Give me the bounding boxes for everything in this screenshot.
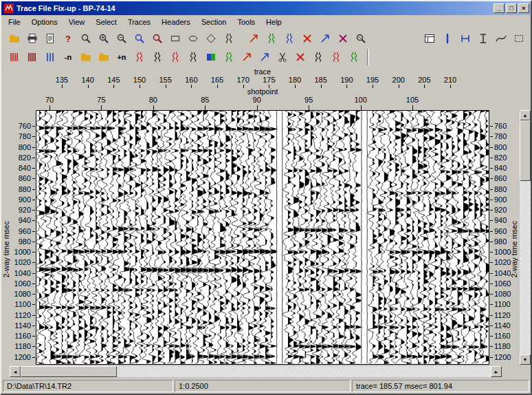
delete-picks-button[interactable] <box>335 30 352 46</box>
close-button[interactable]: × <box>518 3 529 13</box>
diamond-icon <box>206 33 217 44</box>
normalize-trace-button[interactable] <box>149 49 166 65</box>
menu-view[interactable]: View <box>63 16 91 28</box>
zoom-trace-button[interactable] <box>353 30 370 46</box>
kill-trace-button[interactable] <box>299 30 316 46</box>
colormap-icon <box>206 52 217 63</box>
time-tick-label-right: 1120 <box>494 311 511 319</box>
menu-file[interactable]: File <box>3 16 26 28</box>
view-panel-button[interactable] <box>421 30 439 46</box>
time-tick-mark-right <box>490 273 493 274</box>
time-tick-mark-left <box>32 178 35 179</box>
kill-zone-button[interactable] <box>292 49 309 65</box>
agc-traces-button[interactable] <box>221 49 238 65</box>
apply-smoothing-button[interactable] <box>346 49 363 65</box>
time-tick-label-left: 900 <box>1 195 31 204</box>
menu-headers[interactable]: Headers <box>156 16 196 28</box>
scroll-right-button[interactable]: ► <box>491 366 502 377</box>
scale-down-button[interactable] <box>185 49 202 65</box>
minimize-button[interactable]: _ <box>494 3 505 13</box>
next-file-button[interactable] <box>96 49 113 65</box>
seismic-plot <box>36 110 489 365</box>
open-file-button[interactable] <box>6 30 23 46</box>
zoom-in-button[interactable] <box>96 30 113 46</box>
flatten-traces-button[interactable] <box>281 30 298 46</box>
edit-headers-button[interactable] <box>42 30 59 46</box>
menu-tools[interactable]: Tools <box>232 16 261 28</box>
wiggle-display-button[interactable] <box>221 30 238 46</box>
bars-icon <box>9 52 20 63</box>
time-tick-label-right: 1200 <box>494 353 511 361</box>
zoom-reset-button[interactable] <box>149 30 166 46</box>
toolbar-row-1 <box>1 29 531 47</box>
menu-select[interactable]: Select <box>90 16 122 28</box>
menu-traces[interactable]: Traces <box>122 16 156 28</box>
scroll-down-button[interactable]: ▼ <box>520 354 531 365</box>
single-trace-button[interactable] <box>439 30 456 46</box>
scroll-left-button[interactable]: ◄ <box>10 366 21 377</box>
status-file-path: D:\Data\TR\14.TR2 <box>3 380 173 392</box>
menu-section[interactable]: Section <box>196 16 232 28</box>
next-n-button[interactable]: +n <box>113 49 131 65</box>
time-tick-label-right: 880 <box>494 185 507 193</box>
interpolate-button[interactable] <box>310 49 327 65</box>
dark-rails-button[interactable] <box>24 49 41 65</box>
zoom-select-button[interactable] <box>78 30 95 46</box>
time-tick-label-left: 760 <box>1 122 31 130</box>
trace-tick-label: 200 <box>387 76 410 84</box>
maximize-button[interactable]: □ <box>506 3 517 13</box>
colormap-button[interactable] <box>203 49 220 65</box>
mag-minus-icon <box>116 33 127 44</box>
print-button[interactable] <box>24 30 41 46</box>
mag-icon <box>134 33 145 44</box>
reverse-polarity-button[interactable] <box>131 49 148 65</box>
zoom-box-button[interactable] <box>131 30 148 46</box>
wave-icon <box>266 33 277 44</box>
scroll-up-button[interactable]: ▲ <box>520 110 531 120</box>
splice-vertical-button[interactable] <box>475 30 492 46</box>
hscroll-thumb[interactable] <box>21 366 117 377</box>
time-tick-mark-right <box>490 200 493 200</box>
trace-tick-label: 180 <box>283 76 307 84</box>
shift-traces-button[interactable] <box>317 30 334 46</box>
help-button[interactable] <box>60 30 77 46</box>
shotpoint-tick-label: 70 <box>38 96 61 104</box>
select-polygon-button[interactable] <box>203 30 220 46</box>
mag-icon <box>80 33 91 44</box>
blue-rails-button[interactable] <box>42 49 59 65</box>
red-rails-button[interactable] <box>6 49 23 65</box>
select-region-button[interactable] <box>511 30 528 46</box>
swap-traces-button[interactable] <box>328 49 345 65</box>
toolbar1-right <box>421 30 528 46</box>
show-curve-button[interactable] <box>493 30 510 46</box>
shotpoint-tick-mark <box>153 105 154 110</box>
zoom-out-button[interactable] <box>113 30 131 46</box>
menu-help[interactable]: Help <box>261 16 287 28</box>
shift-up-button[interactable] <box>239 49 256 65</box>
time-tick-mark-left <box>32 336 35 337</box>
cut-traces-button[interactable] <box>274 49 291 65</box>
mag-plus-icon <box>98 33 109 44</box>
scale-up-button[interactable] <box>167 49 184 65</box>
bars-icon <box>27 52 38 63</box>
time-tick-mark-right <box>490 304 493 305</box>
splice-horizontal-button[interactable] <box>457 30 474 46</box>
pick-arrow-button[interactable] <box>245 30 263 46</box>
prev-n-button[interactable]: -n <box>60 49 77 65</box>
time-tick-mark-left <box>32 210 35 211</box>
wave-icon <box>284 33 295 44</box>
folder-icon <box>98 52 109 63</box>
prev-file-button[interactable] <box>78 49 95 65</box>
status-cursor-readout: trace= 185.57 msec= 801.94 <box>352 380 529 392</box>
menu-options[interactable]: Options <box>26 16 63 28</box>
vscroll-thumb[interactable] <box>520 120 531 181</box>
select-ellipse-button[interactable] <box>185 30 202 46</box>
time-tick-label-left: 1160 <box>1 332 31 340</box>
time-tick-label-left: 1000 <box>1 248 31 256</box>
time-tick-mark-right <box>490 357 493 358</box>
smooth-traces-button[interactable] <box>263 30 280 46</box>
shift-down-button[interactable] <box>256 49 274 65</box>
seismic-canvas[interactable] <box>36 111 489 364</box>
time-tick-label-right: 780 <box>494 132 507 140</box>
select-rectangle-button[interactable] <box>167 30 184 46</box>
